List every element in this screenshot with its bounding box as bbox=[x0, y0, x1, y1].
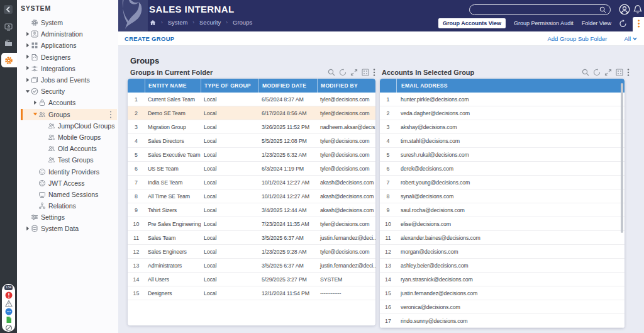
caret-down-icon[interactable] bbox=[24, 89, 31, 94]
grid-view-icon[interactable] bbox=[616, 69, 623, 76]
caret-right-icon[interactable] bbox=[24, 226, 31, 232]
table-row[interactable]: 3Migration GroupLocal3/26/2025 11:52 PMn… bbox=[128, 120, 375, 134]
tree-item-security[interactable]: Security bbox=[21, 86, 117, 97]
table-row[interactable]: 10Pre Sales Engineering ...Local7/23/202… bbox=[128, 217, 375, 231]
view-tab-group-accounts-view[interactable]: Group Accounts View bbox=[438, 18, 506, 28]
table-row[interactable]: 5Sales Executive TeamLocal1/23/2025 6:32… bbox=[128, 148, 375, 162]
tree-item-applications[interactable]: Applications bbox=[21, 40, 117, 51]
view-tab-group-permission-audit[interactable]: Group Permission Audit bbox=[514, 20, 574, 26]
tree-item-system[interactable]: System bbox=[21, 17, 117, 28]
tree-item-settings[interactable]: Settings bbox=[21, 212, 117, 223]
table-row[interactable]: 13AdministratorsLocal3/5/2025 6:37 AMjus… bbox=[128, 259, 375, 273]
tree-item-integrations[interactable]: Integrations bbox=[21, 63, 117, 74]
table-row[interactable]: 3akshay@decisions.com bbox=[380, 120, 625, 134]
column-header[interactable]: EMAIL ADDRESS bbox=[396, 79, 620, 93]
create-group-button[interactable]: CREATE GROUP bbox=[125, 35, 174, 42]
table-row[interactable]: 11Sales TeamLocal3/5/2025 6:37 AMjustin.… bbox=[128, 231, 375, 245]
table-row[interactable]: 9saul.rocha@decisions.com bbox=[380, 203, 625, 217]
tree-item-old-accounts[interactable]: Old Accounts bbox=[21, 143, 117, 154]
tree-item-jumpcloud-groups[interactable]: JumpCloud Groups bbox=[21, 120, 117, 132]
tree-item-identity-providers[interactable]: Identity Providers bbox=[21, 166, 117, 177]
document-icon[interactable] bbox=[5, 316, 13, 324]
caret-down-icon[interactable] bbox=[31, 111, 38, 117]
table-row[interactable]: 7India SE TeamLocal10/1/2024 12:27 AMaka… bbox=[128, 176, 375, 189]
table-row[interactable]: 15DesignersLocal12/1/2024 11:54 PM------… bbox=[128, 286, 375, 300]
table-row[interactable]: 5suresh.rukal@decisions.com bbox=[380, 148, 625, 162]
refresh-icon[interactable] bbox=[339, 69, 347, 76]
tree-item-jobs-and-events[interactable]: Jobs and Events bbox=[21, 74, 117, 86]
tree-item-system-data[interactable]: System Data bbox=[21, 223, 117, 234]
grid-view-icon[interactable] bbox=[362, 69, 369, 76]
caret-right-icon[interactable] bbox=[31, 100, 38, 106]
errors-icon[interactable] bbox=[5, 291, 13, 299]
tree-item-administration[interactable]: Administration bbox=[21, 28, 117, 40]
more-menu-icon[interactable] bbox=[373, 69, 375, 76]
table-row[interactable]: 15justin.fernandez@decisions.com bbox=[380, 286, 625, 300]
table-row[interactable]: 7robert.young@decisions.com bbox=[380, 176, 625, 189]
column-header[interactable]: MODIFIED BY bbox=[317, 79, 375, 93]
table-row[interactable]: 10elise@decisions.com bbox=[380, 217, 625, 231]
tree-item-jwt-access[interactable]: JWT Access bbox=[21, 178, 117, 189]
refresh-icon[interactable] bbox=[619, 20, 627, 28]
tree-item-named-sessions[interactable]: Named Sessions bbox=[21, 189, 117, 200]
refresh-icon[interactable] bbox=[593, 69, 601, 76]
table-row[interactable]: 13ashley.beier@decisions.com bbox=[380, 259, 625, 273]
table-row[interactable]: 1hunter.pirkle@decisions.com bbox=[380, 93, 625, 106]
column-header[interactable]: MODIFIED DATE bbox=[258, 79, 317, 93]
studio-icon[interactable] bbox=[4, 23, 13, 31]
table-row[interactable]: 14All UsersLocal5/29/2025 3:27 PMSYSTEM bbox=[128, 273, 375, 286]
system-rail-item-active[interactable] bbox=[1, 53, 17, 67]
caret-right-icon[interactable] bbox=[24, 54, 31, 60]
table-row[interactable]: 4Sales DirectorsLocal5/5/2025 12:08 PMty… bbox=[128, 134, 375, 148]
table-row[interactable]: 11alexander.baines@decisions.com bbox=[380, 231, 625, 245]
account-icon[interactable] bbox=[619, 4, 630, 15]
notifications-bell-icon[interactable] bbox=[633, 4, 642, 14]
table-row[interactable]: 2veda.dagher@decisions.com bbox=[380, 106, 625, 120]
view-tab-folder-view[interactable]: Folder View bbox=[582, 20, 611, 26]
debug-off-icon[interactable] bbox=[5, 324, 13, 332]
chat-icon[interactable] bbox=[5, 308, 13, 315]
table-row[interactable]: 6US SE TeamLocal6/3/2024 1:19 PMtyler@de… bbox=[128, 162, 375, 176]
breadcrumb-item[interactable]: Groups bbox=[233, 19, 252, 26]
table-row[interactable]: 2Demo SE TeamLocal6/17/2024 8:56 AMtyler… bbox=[128, 106, 375, 120]
breadcrumb-item[interactable]: System bbox=[168, 19, 188, 26]
column-header[interactable]: ENTITY NAME bbox=[145, 79, 201, 93]
caret-right-icon[interactable] bbox=[24, 65, 31, 71]
filter-dropdown[interactable]: All bbox=[624, 35, 637, 42]
warnings-icon[interactable] bbox=[5, 300, 13, 307]
folders-icon[interactable] bbox=[4, 39, 13, 47]
header-more-menu[interactable] bbox=[633, 17, 644, 31]
tree-item-mobile-groups[interactable]: Mobile Groups bbox=[21, 132, 117, 143]
home-icon[interactable] bbox=[150, 20, 156, 26]
table-row[interactable]: 8All Time SE TeamLocal10/1/2024 12:27 AM… bbox=[128, 189, 375, 203]
caret-right-icon[interactable] bbox=[24, 43, 31, 48]
table-row[interactable]: 14ryan.strasnick@decisions.com bbox=[380, 273, 625, 286]
expand-icon[interactable] bbox=[350, 69, 358, 76]
more-menu-icon[interactable] bbox=[627, 69, 630, 76]
tree-item-test-groups[interactable]: Test Groups bbox=[21, 154, 117, 166]
table-row[interactable]: 12morgan@decisions.com bbox=[380, 245, 625, 259]
table-row[interactable]: 1Current Sales TeamLocal6/5/2024 8:37 AM… bbox=[128, 93, 375, 106]
caret-right-icon[interactable] bbox=[24, 31, 31, 37]
tree-item-relations[interactable]: Relations bbox=[21, 200, 117, 212]
tree-item-groups[interactable]: Groups bbox=[21, 109, 117, 120]
column-header[interactable]: TYPE OF GROUP bbox=[201, 79, 258, 93]
breadcrumb-item[interactable]: Security bbox=[199, 19, 221, 26]
tree-item-designers[interactable]: Designers bbox=[21, 52, 117, 63]
table-row[interactable]: 12Sales EngineersLocal1/23/2025 9:28 AMt… bbox=[128, 245, 375, 259]
search-input[interactable] bbox=[469, 4, 611, 15]
collapse-sidebar-button[interactable] bbox=[4, 5, 13, 14]
caret-right-icon[interactable] bbox=[24, 77, 31, 83]
item-menu-icon[interactable] bbox=[108, 111, 114, 118]
expand-icon[interactable] bbox=[604, 69, 612, 76]
add-group-sub-folder-button[interactable]: Add Group Sub Folder bbox=[547, 35, 607, 42]
search-icon[interactable] bbox=[582, 69, 589, 76]
table-row[interactable]: 16veronica@decisions.com bbox=[380, 300, 625, 314]
scrollbar-thumb[interactable] bbox=[621, 83, 623, 233]
table-row[interactable]: 8synali@decisions.com bbox=[380, 189, 625, 203]
table-row[interactable]: 4tim.stahl@decisions.com bbox=[380, 134, 625, 148]
search-icon[interactable] bbox=[328, 69, 335, 76]
tree-item-accounts[interactable]: Accounts bbox=[21, 97, 117, 108]
table-row[interactable]: 6derek@decisions.com bbox=[380, 162, 625, 176]
table-row[interactable]: 17rindo.sunny@decisions.com bbox=[380, 314, 625, 328]
